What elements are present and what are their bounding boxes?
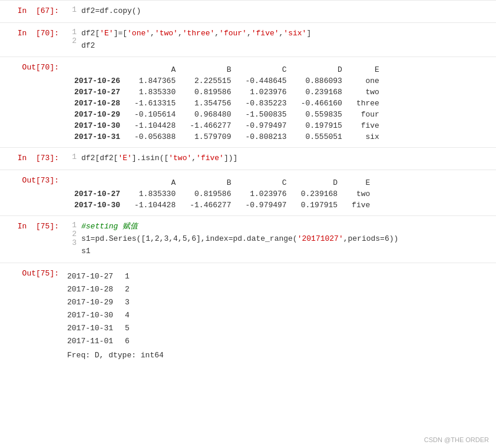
cell-75-in-label: In [75]: — [0, 221, 65, 257]
series-value: 6 — [125, 335, 130, 348]
index-cell: 2017-10-29 — [67, 109, 127, 120]
table-row: 2017-10-27 1.835330 0.819586 1.023976 0.… — [67, 87, 386, 98]
data-cell: 1.354756 — [183, 98, 238, 109]
series-index: 2017-10-29 — [67, 296, 113, 309]
data-cell: 0.239168 — [294, 87, 349, 98]
cell-73-in-label: In [73]: — [0, 152, 65, 165]
data-cell: 1.847365 — [127, 75, 183, 87]
col-header-B: B — [183, 64, 238, 75]
code-line: df2=df.copy() — [81, 5, 496, 18]
col-header-index — [67, 177, 127, 188]
cell-70-input: In [70]: 12 df2['E']=['one','two','three… — [0, 22, 496, 57]
series-index: 2017-10-30 — [67, 309, 113, 322]
series-index: 2017-10-27 — [67, 270, 113, 283]
col-header-D: D — [294, 177, 345, 188]
cell-67: In [67]: 1 df2=df.copy() — [0, 0, 496, 22]
code-line: s1 — [81, 245, 496, 258]
table-row: 2017-10-29 -0.105614 0.968480 -1.500835 … — [67, 109, 386, 120]
data-cell: -0.448645 — [238, 75, 293, 87]
notebook: In [67]: 1 df2=df.copy() In [70]: 12 df2… — [0, 0, 496, 448]
index-cell: 2017-10-27 — [67, 188, 127, 200]
series-index: 2017-10-28 — [67, 283, 113, 296]
series-row: 2017-10-27 1 — [67, 270, 496, 283]
data-cell: -1.466277 — [183, 200, 238, 211]
series-value: 4 — [125, 309, 130, 322]
series-value: 5 — [125, 322, 130, 335]
series-row: 2017-10-29 3 — [67, 296, 496, 309]
index-cell: 2017-10-30 — [67, 200, 127, 211]
data-cell: 1.023976 — [238, 188, 293, 200]
cell-73-input: In [73]: 1 df2[df2['E'].isin(['two','fiv… — [0, 147, 496, 170]
data-cell: 0.239168 — [294, 188, 345, 200]
table-row: 2017-10-31 -0.056388 1.579709 -0.808213 … — [67, 131, 386, 142]
cell-73-out-label: Out[73]: — [0, 175, 65, 211]
series-index: 2017-10-31 — [67, 322, 113, 335]
series-value: 3 — [125, 296, 130, 309]
data-cell: -1.104428 — [127, 200, 183, 211]
cell-75-out-label: Out[75]: — [0, 268, 65, 363]
data-cell: 1.579709 — [183, 131, 238, 142]
data-cell: 1.835330 — [127, 87, 183, 98]
col-header-D: D — [294, 64, 349, 75]
data-cell: six — [349, 131, 386, 142]
data-cell: five — [349, 120, 386, 131]
col-header-C: C — [238, 177, 293, 188]
code-line: df2 — [81, 40, 496, 52]
series-index: 2017-11-01 — [67, 335, 113, 348]
table-row: 2017-10-30 -1.104428 -1.466277 -0.979497… — [67, 120, 386, 131]
index-cell: 2017-10-28 — [67, 98, 127, 109]
data-cell: -0.808213 — [238, 131, 293, 142]
series-value: 2 — [125, 283, 130, 296]
dtype-line: Freq: D, dtype: int64 — [67, 349, 496, 362]
data-cell: -1.613315 — [127, 98, 183, 109]
cell-73-output: Out[73]: A B C D E 2017-10-27 1 — [0, 170, 496, 215]
data-cell: 0.819586 — [183, 87, 238, 98]
series-row: 2017-11-01 6 — [67, 335, 496, 348]
dataframe-table-2: A B C D E 2017-10-27 1.835330 0.819586 1… — [67, 177, 377, 211]
data-cell: -1.466277 — [183, 120, 238, 131]
series-output: 2017-10-27 1 2017-10-28 2 2017-10-29 3 2… — [67, 270, 496, 363]
data-cell: 1.835330 — [127, 188, 183, 200]
index-cell: 2017-10-26 — [67, 75, 127, 87]
data-cell: 0.968480 — [183, 109, 238, 120]
col-header-B: B — [183, 177, 238, 188]
code-line: df2[df2['E'].isin(['two','five'])] — [81, 152, 496, 165]
table-row: 2017-10-28 -1.613315 1.354756 -0.835223 … — [67, 98, 386, 109]
col-header-E: E — [345, 177, 377, 188]
data-cell: 0.197915 — [294, 120, 349, 131]
data-cell: two — [345, 188, 377, 200]
data-cell: 0.559835 — [294, 109, 349, 120]
table-row: 2017-10-30 -1.104428 -1.466277 -0.979497… — [67, 200, 377, 211]
data-cell: -0.979497 — [238, 120, 293, 131]
col-header-index — [67, 64, 127, 75]
data-cell: -0.056388 — [127, 131, 183, 142]
code-line: s1=pd.Series([1,2,3,4,5,6],index=pd.date… — [81, 233, 496, 245]
data-cell: 1.023976 — [238, 87, 293, 98]
data-cell: one — [349, 75, 386, 87]
index-cell: 2017-10-27 — [67, 87, 127, 98]
series-row: 2017-10-31 5 — [67, 322, 496, 335]
watermark: CSDN @THE ORDER — [424, 436, 489, 443]
index-cell: 2017-10-31 — [67, 131, 127, 142]
data-cell: 0.886093 — [294, 75, 349, 87]
series-value: 1 — [125, 270, 130, 283]
col-header-A: A — [127, 177, 183, 188]
series-row: 2017-10-30 4 — [67, 309, 496, 322]
col-header-C: C — [238, 64, 293, 75]
cell-70-output: Out[70]: A B C D E 2017-10-26 1 — [0, 57, 496, 147]
data-cell: four — [349, 109, 386, 120]
data-cell: -1.500835 — [238, 109, 293, 120]
data-cell: -0.979497 — [238, 200, 293, 211]
data-cell: 0.819586 — [183, 188, 238, 200]
cell-75-output: Out[75]: 2017-10-27 1 2017-10-28 2 2017-… — [0, 263, 496, 367]
col-header-A: A — [127, 64, 183, 75]
cell-75-input: In [75]: 123 #setting 赋值 s1=pd.Series([1… — [0, 215, 496, 262]
data-cell: -0.835223 — [238, 98, 293, 109]
cell-70-in-label: In [70]: — [0, 28, 65, 52]
data-cell: 2.225515 — [183, 75, 238, 87]
data-cell: -0.466160 — [294, 98, 349, 109]
series-row: 2017-10-28 2 — [67, 283, 496, 296]
data-cell: three — [349, 98, 386, 109]
code-line-comment: #setting 赋值 — [81, 221, 496, 233]
cell-67-label: In [67]: — [0, 5, 65, 18]
